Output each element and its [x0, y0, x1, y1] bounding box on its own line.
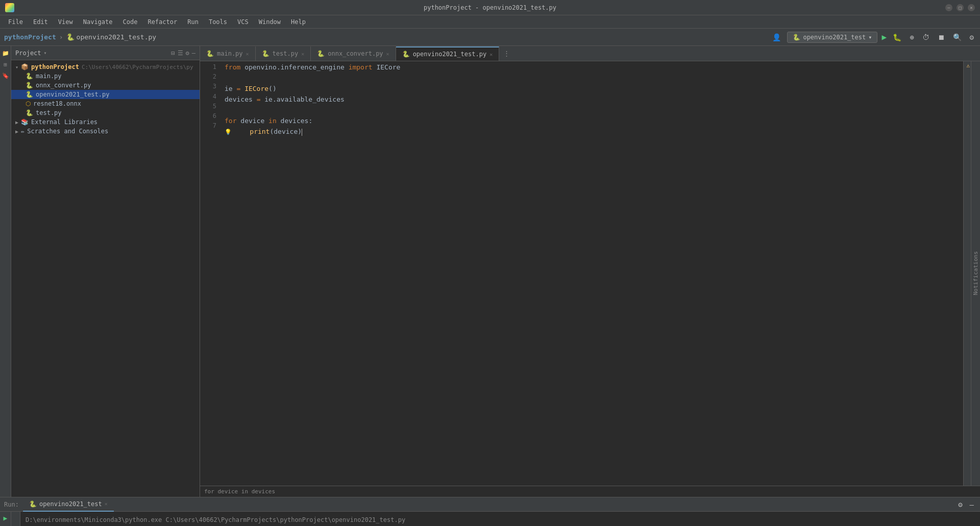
tab-openvino[interactable]: 🐍 openvino2021_test.py ✕	[396, 46, 500, 61]
coverage-button[interactable]: ⊕	[908, 32, 916, 42]
project-root-path: C:\Users\40662\PycharmProjects\py	[82, 64, 193, 70]
tree-item-external-libs[interactable]: ▶ 📚 External Libraries	[11, 117, 200, 127]
menu-window[interactable]: Window	[255, 17, 285, 27]
code-line-7: 💡 print ( device )	[225, 127, 959, 137]
menu-help[interactable]: Help	[287, 17, 310, 27]
tab-openvino-close[interactable]: ✕	[489, 52, 493, 57]
tab-openvino-label: openvino2021_test.py	[413, 51, 487, 58]
menu-file[interactable]: File	[4, 17, 27, 27]
title-bar-controls: — □ ✕	[945, 4, 975, 11]
mod-openvino: openvino.inference_engine	[244, 62, 345, 73]
run-config-selector[interactable]: 🐍 openvino2021_test ▾	[787, 32, 877, 43]
stop-button[interactable]: ⏹	[936, 32, 947, 42]
code-content[interactable]: from openvino.inference_engine import IE…	[220, 61, 963, 486]
run-play-button[interactable]: ▶	[4, 514, 8, 522]
code-line-4: devices = ie.available_devices	[225, 94, 959, 105]
close-button[interactable]: ✕	[968, 4, 975, 11]
menu-refactor[interactable]: Refactor	[143, 17, 181, 27]
tab-onnx-convert[interactable]: 🐍 onnx_convert.py ✕	[311, 46, 396, 61]
toolbar-right: 👤 🐍 openvino2021_test ▾ ▶ 🐛 ⊕ ⏱ ⏹ 🔍 ⚙	[770, 32, 976, 43]
tab-onnx-icon: 🐍	[317, 50, 325, 57]
colon1: :	[308, 116, 312, 127]
onnx-convert-icon: 🐍	[26, 82, 33, 89]
bottom-content: ▶ ⟳ ⬛ 🔧 ⬇ ⬆ ↩ 🖨 📌 Bookmarks D:\environme…	[0, 512, 980, 526]
menu-vcs[interactable]: VCS	[233, 17, 253, 27]
minimize-button[interactable]: —	[945, 4, 952, 11]
run-button[interactable]: ▶	[881, 32, 887, 42]
menu-navigate[interactable]: Navigate	[79, 17, 117, 27]
bookmarks-icon[interactable]: 🔖	[1, 71, 10, 80]
panel-minimize-icon[interactable]: —	[968, 499, 976, 510]
tab-main[interactable]: 🐍 main.py ✕	[200, 46, 256, 61]
run-label: Run:	[4, 501, 19, 508]
op-assign2: =	[257, 94, 261, 105]
paren-open2: (	[270, 127, 274, 137]
collapse-all-button[interactable]: ⊟	[171, 50, 175, 57]
panel-settings-icon[interactable]: ⚙	[956, 499, 964, 510]
fn-print: print	[250, 127, 270, 137]
structure-icon[interactable]: ⊞	[1, 60, 10, 69]
indent-spaces	[234, 127, 250, 137]
run-tab-icon: 🐍	[29, 500, 37, 508]
search-everywhere-button[interactable]: 🔍	[951, 32, 964, 42]
notifications-strip[interactable]: Notifications	[971, 61, 980, 486]
panel-close-button[interactable]: —	[192, 50, 195, 57]
notifications-label: Notifications	[972, 251, 979, 295]
tree-item-scratches[interactable]: ▶ ✏ Scratches and Consoles	[11, 127, 200, 136]
tab-openvino-icon: 🐍	[402, 51, 410, 58]
op-assign1: =	[236, 84, 240, 94]
expand-all-button[interactable]: ☰	[178, 50, 183, 57]
project-name-breadcrumb[interactable]: pythonProject	[4, 33, 56, 41]
menu-bar: File Edit View Navigate Code Refactor Ru…	[0, 15, 980, 29]
bottom-panel-header: Run: 🐍 openvino2021_test ✕ ⚙ —	[0, 497, 980, 512]
tree-root-arrow: ▾	[15, 64, 18, 70]
arg-device: device	[274, 127, 298, 137]
project-root-name: pythonProject	[31, 63, 79, 70]
tree-item-onnx-convert[interactable]: 🐍 onnx_convert.py	[11, 81, 200, 90]
menu-edit[interactable]: Edit	[29, 17, 52, 27]
profile-icon[interactable]: 👤	[770, 32, 783, 42]
tree-item-resnet[interactable]: ⬡ resnet18.onnx	[11, 99, 200, 108]
menu-code[interactable]: Code	[119, 17, 142, 27]
title-bar: pythonProject - openvino2021_test.py — □…	[0, 0, 980, 15]
tab-test-close[interactable]: ✕	[301, 51, 304, 57]
editor-area: 🐍 main.py ✕ 🐍 test.py ✕ 🐍 onnx_convert.p…	[200, 46, 980, 497]
tab-onnx-label: onnx_convert.py	[328, 50, 383, 57]
bookmarks-strip: Bookmarks	[11, 512, 20, 526]
hint-text: for device in devices	[204, 488, 275, 495]
tab-test-label: test.py	[273, 50, 299, 57]
tree-item-main[interactable]: 🐍 main.py	[11, 71, 200, 81]
code-line-6: for device in devices :	[225, 116, 959, 127]
tree-root[interactable]: ▾ 📦 pythonProject C:\Users\40662\Pycharm…	[11, 62, 200, 71]
tree-item-test[interactable]: 🐍 test.py	[11, 108, 200, 117]
bottom-panel-actions: ⚙ —	[956, 499, 976, 510]
project-icon[interactable]: 📁	[1, 49, 10, 58]
tree-item-openvino[interactable]: 🐍 openvino2021_test.py	[11, 90, 200, 99]
tab-main-close[interactable]: ✕	[246, 51, 249, 57]
panel-title-arrow[interactable]: ▾	[44, 50, 47, 56]
menu-run[interactable]: Run	[183, 17, 203, 27]
settings-button[interactable]: ⚙	[968, 32, 976, 42]
line-num-5: 5	[200, 102, 216, 111]
tab-onnx-close[interactable]: ✕	[386, 51, 389, 57]
profile-run-button[interactable]: ⏱	[920, 32, 932, 42]
menu-tools[interactable]: Tools	[205, 17, 231, 27]
line-num-3: 3	[200, 82, 216, 91]
panel-settings-button[interactable]: ⚙	[186, 50, 189, 57]
run-tab-close[interactable]: ✕	[105, 501, 108, 507]
run-command: D:\environments\Miniconda3\python.exe C:…	[26, 515, 975, 525]
kw-import: import	[349, 62, 373, 73]
run-tab-openvino[interactable]: 🐍 openvino2021_test ✕	[23, 497, 114, 512]
tab-main-label: main.py	[217, 50, 243, 57]
lightbulb-icon: 💡	[225, 128, 232, 137]
debug-button[interactable]: 🐛	[891, 32, 903, 42]
code-editor[interactable]: 1 2 3 4 5 6 7 from openvino.inference_en…	[200, 61, 980, 486]
line-numbers: 1 2 3 4 5 6 7	[200, 61, 220, 486]
menu-view[interactable]: View	[54, 17, 77, 27]
tab-more-button[interactable]: ⋮	[499, 50, 514, 57]
tab-test[interactable]: 🐍 test.py ✕	[256, 46, 311, 61]
kw-in: in	[268, 116, 277, 127]
toolbar-left: pythonProject › 🐍 openvino2021_test.py	[4, 33, 156, 41]
run-output: D:\environments\Miniconda3\python.exe C:…	[20, 512, 980, 526]
maximize-button[interactable]: □	[957, 4, 964, 11]
